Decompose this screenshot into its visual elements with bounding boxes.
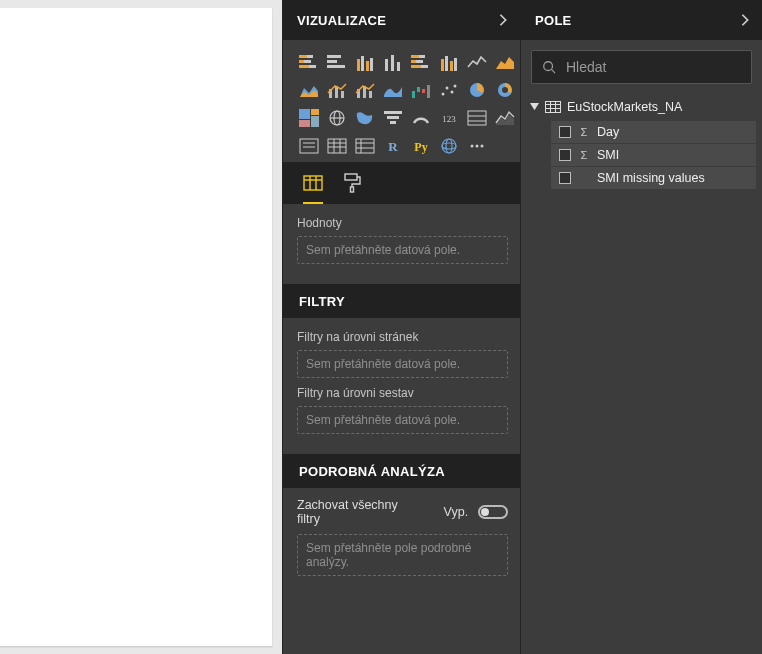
matrix-viz-icon[interactable] (353, 134, 377, 158)
map-viz-icon[interactable] (325, 106, 349, 130)
field-name: SMI (597, 148, 619, 162)
svg-rect-8 (327, 65, 345, 68)
report-canvas-area (0, 0, 282, 654)
svg-rect-2 (299, 60, 304, 63)
svg-rect-4 (299, 65, 309, 68)
r-visual-viz-icon[interactable]: R (381, 134, 405, 158)
values-dropzone[interactable]: Sem přetáhněte datová pole. (297, 236, 508, 264)
svg-rect-16 (411, 55, 419, 58)
multi-row-card-viz-icon[interactable] (465, 106, 489, 130)
table-node[interactable]: EuStockMarkets_NA (529, 94, 756, 120)
svg-rect-20 (411, 65, 421, 68)
svg-marker-89 (530, 103, 539, 110)
svg-rect-24 (450, 61, 453, 71)
stacked-bar-100-viz-icon[interactable] (409, 50, 433, 74)
svg-rect-90 (546, 102, 561, 113)
waterfall-viz-icon[interactable] (409, 78, 433, 102)
collapse-viz-panel-button[interactable] (496, 13, 510, 27)
filters-header: FILTRY (283, 284, 520, 318)
area-viz-icon[interactable] (493, 50, 517, 74)
collapse-fields-panel-button[interactable] (738, 13, 752, 27)
slicer-viz-icon[interactable] (297, 134, 321, 158)
svg-rect-86 (351, 187, 354, 192)
more-viz-icon[interactable] (465, 134, 489, 158)
filters-section: Filtry na úrovni stránek Sem přetáhněte … (283, 318, 520, 454)
svg-line-88 (552, 70, 556, 74)
svg-rect-12 (370, 58, 373, 71)
field-checkbox[interactable] (559, 126, 571, 138)
fields-search-input[interactable] (566, 59, 741, 75)
toggle-state-label: Vyp. (444, 505, 469, 519)
clustered-bar-viz-icon[interactable] (325, 50, 349, 74)
search-icon (542, 59, 556, 75)
py-visual-viz-icon[interactable]: Py (409, 134, 433, 158)
drillthrough-section: Sem přetáhněte pole podrobné analýzy. (283, 534, 520, 596)
svg-point-76 (442, 143, 456, 149)
field-name: SMI missing values (597, 171, 705, 185)
fields-tab[interactable] (303, 162, 323, 204)
report-page[interactable] (0, 8, 272, 646)
svg-rect-64 (328, 139, 346, 153)
format-tab[interactable] (343, 162, 361, 204)
fields-panel-header: POLE (521, 0, 762, 40)
chevron-right-icon (738, 13, 752, 27)
svg-rect-25 (454, 58, 457, 71)
card-viz-icon[interactable]: 123 (437, 106, 461, 130)
stacked-column-viz-icon[interactable] (353, 50, 377, 74)
filled-map-viz-icon[interactable] (353, 106, 377, 130)
stacked-column-100-viz-icon[interactable] (437, 50, 461, 74)
line-clustered-viz-icon[interactable] (353, 78, 377, 102)
sigma-icon: Σ (579, 149, 589, 161)
clustered-column-viz-icon[interactable] (381, 50, 405, 74)
line-column-viz-icon[interactable] (325, 78, 349, 102)
field-item[interactable]: ΣDay (551, 121, 756, 143)
arcgis-viz-icon[interactable] (437, 134, 461, 158)
table-viz-icon[interactable] (325, 134, 349, 158)
drillthrough-dropzone[interactable]: Sem přetáhněte pole podrobné analýzy. (297, 534, 508, 576)
ribbon-viz-icon[interactable] (381, 78, 405, 102)
svg-rect-54 (387, 116, 399, 119)
treemap-viz-icon[interactable] (297, 106, 321, 130)
stacked-area-viz-icon[interactable] (297, 78, 321, 102)
values-section: Hodnoty Sem přetáhněte datová pole. (283, 204, 520, 284)
svg-rect-34 (369, 91, 372, 98)
fields-search-box[interactable] (531, 50, 752, 84)
kpi-viz-icon[interactable] (493, 106, 517, 130)
svg-point-39 (442, 93, 445, 96)
field-item[interactable]: ΣSMI (551, 144, 756, 166)
svg-text:R: R (388, 139, 398, 154)
svg-point-41 (451, 91, 454, 94)
svg-point-87 (544, 62, 553, 71)
field-checkbox[interactable] (559, 149, 571, 161)
svg-rect-37 (422, 89, 425, 93)
table-name: EuStockMarkets_NA (567, 100, 682, 114)
paint-roller-icon (343, 173, 361, 193)
line-viz-icon[interactable] (465, 50, 489, 74)
svg-rect-9 (357, 59, 360, 71)
svg-rect-48 (311, 116, 319, 127)
svg-text:Py: Py (414, 140, 427, 154)
report-filters-label: Filtry na úrovni sestav (297, 386, 508, 400)
pie-viz-icon[interactable] (465, 78, 489, 102)
funnel-viz-icon[interactable] (381, 106, 405, 130)
donut-viz-icon[interactable] (493, 78, 517, 102)
fields-title: POLE (535, 13, 572, 28)
keep-filters-toggle[interactable] (478, 505, 508, 519)
stacked-bar-viz-icon[interactable] (297, 50, 321, 74)
field-checkbox[interactable] (559, 172, 571, 184)
fields-panel: POLE (520, 0, 762, 654)
scatter-viz-icon[interactable] (437, 78, 461, 102)
gauge-viz-icon[interactable] (409, 106, 433, 130)
svg-rect-22 (441, 59, 444, 71)
field-name: Day (597, 125, 619, 139)
svg-point-78 (471, 145, 474, 148)
report-filters-dropzone[interactable]: Sem přetáhněte datová pole. (297, 406, 508, 434)
field-item[interactable]: ΣSMI missing values (551, 167, 756, 189)
svg-rect-38 (427, 85, 430, 98)
fields-tree: EuStockMarkets_NA ΣDayΣSMIΣSMI missing v… (521, 92, 762, 189)
page-filters-dropzone[interactable]: Sem přetáhněte datová pole. (297, 350, 508, 378)
svg-rect-85 (345, 174, 357, 180)
svg-point-42 (454, 85, 457, 88)
chevron-right-icon (496, 13, 510, 27)
svg-rect-5 (309, 65, 316, 68)
